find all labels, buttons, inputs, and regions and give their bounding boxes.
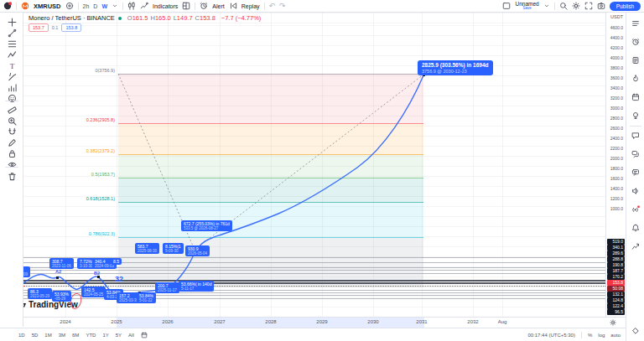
search-icon[interactable] xyxy=(559,2,568,10)
notes[interactable] xyxy=(631,55,641,65)
price-line[interactable] xyxy=(23,282,605,284)
range-button[interactable]: 5D xyxy=(32,333,39,338)
drawing-tool[interactable] xyxy=(5,167,18,168)
fib-level-line[interactable] xyxy=(118,154,423,155)
pivot-marker[interactable] xyxy=(56,276,59,279)
chart-label[interactable]: 200.7 2025-11-17 xyxy=(155,282,179,293)
undo-button[interactable]: ↶ xyxy=(269,3,276,10)
remove-drawings[interactable] xyxy=(7,171,17,181)
zoom-in[interactable] xyxy=(7,116,17,126)
chart-label[interactable]: 308.7 2023-11-06 xyxy=(49,258,74,269)
screenshot-camera-icon[interactable] xyxy=(597,2,605,10)
alerts[interactable] xyxy=(631,37,641,47)
replay-button[interactable]: Replay xyxy=(242,3,260,9)
price-line[interactable] xyxy=(23,273,605,274)
text-tool[interactable]: T xyxy=(7,60,17,70)
chart-label[interactable]: 53.84% 5-01-22 xyxy=(137,292,156,303)
price-line[interactable] xyxy=(23,286,605,287)
lock-drawings[interactable] xyxy=(7,148,17,158)
layout-grid-icon[interactable] xyxy=(182,2,190,10)
range-button[interactable]: 5Y xyxy=(116,333,122,338)
watchlist[interactable] xyxy=(631,18,641,28)
crosshair[interactable] xyxy=(7,17,17,27)
app-logo-icon[interactable] xyxy=(3,2,12,10)
sidebar-tool[interactable] xyxy=(630,126,641,127)
draw[interactable] xyxy=(7,137,17,147)
range-button[interactable]: 6M xyxy=(72,333,79,338)
drawing-tool[interactable] xyxy=(5,101,18,101)
chart-label[interactable]: 53.66%( in 140d 5-11-17 xyxy=(179,281,214,292)
currency-label[interactable]: USDT xyxy=(606,14,623,19)
chat[interactable] xyxy=(631,131,641,141)
log-scale-button[interactable]: log xyxy=(598,333,605,338)
trend-line[interactable] xyxy=(7,28,17,38)
fullscreen-icon[interactable] xyxy=(584,2,593,10)
chart-label[interactable]: 2825.9 (303.56%) in 1694d 3756.9 @ 2030-… xyxy=(418,60,493,75)
fib-level-line[interactable] xyxy=(118,237,423,238)
range-button[interactable]: 3M xyxy=(59,333,65,338)
percent-scale-button[interactable]: % xyxy=(588,333,592,338)
symbol-title[interactable]: Monero / TetherUS · BINANCE xyxy=(29,14,115,22)
private-chats[interactable] xyxy=(631,149,641,159)
chart-label[interactable]: 53.93% -05-29 xyxy=(52,291,71,302)
sell-button[interactable]: 153.7 xyxy=(29,23,49,32)
publish-button[interactable]: Publish xyxy=(610,2,641,11)
range-button[interactable]: 1Y xyxy=(102,333,108,338)
pivot-marker[interactable] xyxy=(97,276,100,278)
price-line[interactable] xyxy=(23,270,605,271)
interval-button[interactable]: 2h xyxy=(83,3,90,9)
fib-level-line[interactable] xyxy=(118,123,423,124)
interval-button[interactable]: D xyxy=(93,3,97,9)
markets[interactable] xyxy=(631,241,641,251)
compare-add-icon[interactable] xyxy=(65,2,74,10)
range-button[interactable]: YTD xyxy=(86,333,96,338)
notifications[interactable] xyxy=(631,186,641,196)
chart-label[interactable]: 583.7 2025-08-30 xyxy=(135,243,159,254)
time-axis[interactable]: 2023202420252026202720282029203020312032… xyxy=(0,317,626,328)
calendar[interactable] xyxy=(631,92,641,102)
chart-label[interactable]: 142.5 2024-05-25 xyxy=(81,287,106,297)
hotlists[interactable] xyxy=(631,74,641,84)
interval-button[interactable]: W xyxy=(101,3,107,9)
chevron-down-icon[interactable] xyxy=(543,3,550,9)
fib-retracement[interactable] xyxy=(7,39,17,49)
save-button[interactable]: Save xyxy=(522,7,531,11)
chart-label[interactable]: 930.9 2026-05-04 xyxy=(185,245,210,256)
fib-level-line[interactable] xyxy=(118,178,423,178)
chart-label[interactable]: 8.5 xyxy=(111,258,122,265)
pattern[interactable] xyxy=(7,49,17,59)
layout-select-icon[interactable] xyxy=(502,2,511,10)
layout-name[interactable]: Unnamed Save xyxy=(515,2,538,11)
wave-label[interactable]: B2 xyxy=(94,271,100,276)
chart-label[interactable]: 672.7 (255.03%) in 761d 533.5 @ 2026-08-… xyxy=(181,220,232,231)
indicators-button[interactable]: Indicators xyxy=(153,3,178,9)
chart-label[interactable]: 86.3 2023-05-29 xyxy=(28,288,52,299)
wave-label[interactable]: A2 xyxy=(55,269,61,274)
emoji[interactable] xyxy=(7,93,17,103)
fib-level-line[interactable] xyxy=(118,202,423,203)
alert-button[interactable]: Alert xyxy=(212,3,224,9)
pitchfork[interactable] xyxy=(7,71,17,81)
buy-button[interactable]: 153.8 xyxy=(61,23,81,32)
range-button[interactable]: 1M xyxy=(44,333,51,338)
live-streams[interactable] xyxy=(631,204,641,214)
comments[interactable] xyxy=(631,168,641,178)
range-button[interactable]: 1D xyxy=(18,333,25,338)
price-line[interactable] xyxy=(23,280,605,282)
chart-style-icon[interactable] xyxy=(127,2,136,10)
chevron-down-icon[interactable] xyxy=(112,3,118,9)
settings-gear-icon[interactable] xyxy=(572,2,580,10)
measure[interactable] xyxy=(7,105,17,115)
hide-drawings[interactable] xyxy=(7,159,17,169)
clock[interactable]: 00:17:44 (UTC+5:30) xyxy=(527,333,575,338)
chart-label[interactable]: 8.15%(1 5-09-30 xyxy=(163,243,184,254)
symbol-search-button[interactable]: XMRUSD xyxy=(34,3,61,10)
axis-settings-gear-icon[interactable] xyxy=(610,319,616,326)
redo-button[interactable]: ↷ xyxy=(279,3,286,10)
range-button[interactable]: All xyxy=(128,333,134,338)
go-to-date-icon[interactable] xyxy=(141,332,148,338)
premium[interactable] xyxy=(631,326,641,336)
ideas[interactable] xyxy=(631,111,641,121)
fib-level-line[interactable] xyxy=(118,74,423,75)
auto-scale-button[interactable]: auto xyxy=(610,333,621,338)
